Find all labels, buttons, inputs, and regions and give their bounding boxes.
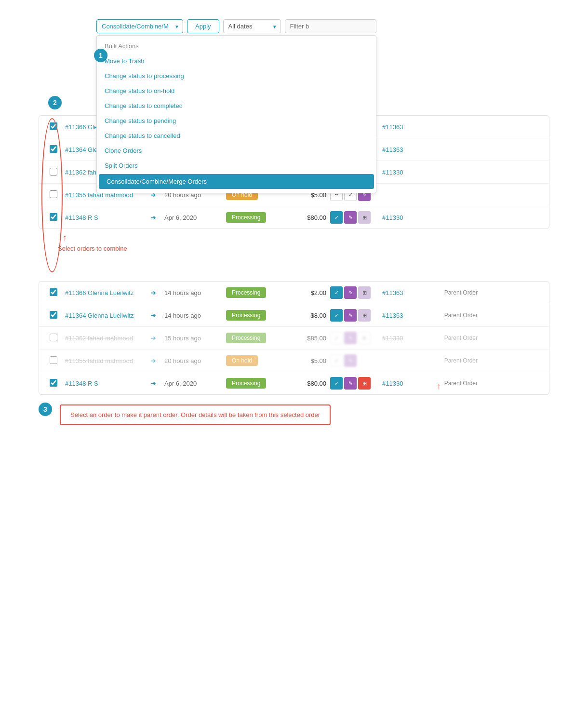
order-number-cell: #11362 fahad mahmood: [65, 335, 142, 342]
edit-action-btn[interactable]: ✎: [344, 286, 357, 299]
order-11355-checkbox-s3[interactable]: [50, 356, 57, 364]
change-cancelled-item[interactable]: Change status to cancelled: [97, 128, 376, 143]
checkbox-cell: [46, 288, 61, 297]
time-cell: 14 hours ago: [164, 312, 222, 319]
order-link-cell: #11330: [382, 335, 416, 342]
order-number-cell: #11348 R S: [65, 214, 142, 221]
arrow-up-icon: ↑: [63, 233, 67, 243]
view-action-btn[interactable]: ⊞: [358, 286, 371, 299]
order-row: #11366 Glenna Lueilwitz ➜ 14 hours ago P…: [39, 282, 549, 304]
order-11364-checkbox-s2[interactable]: [50, 145, 57, 153]
arrow-icon-cell: ➜: [146, 334, 160, 342]
related-order-link[interactable]: #11363: [382, 123, 403, 131]
order-number-cell: #11366 Glenna Lueilwitz: [65, 289, 142, 296]
status-badge: Processing: [226, 287, 266, 298]
status-cell: Processing: [226, 310, 279, 321]
arrow-icon-cell: ➜: [146, 311, 160, 319]
order-row: #11362 fahad mahmood ➜ 15 hours ago Proc…: [39, 327, 549, 350]
check-action-btn[interactable]: ✓: [330, 286, 343, 299]
select-orders-label: Select orders to combine: [58, 245, 549, 252]
order-link-cell: #11330: [382, 214, 416, 221]
order-link[interactable]: #11348 R S: [65, 380, 98, 387]
status-cell: Processing: [226, 333, 279, 343]
change-completed-item[interactable]: Change status to completed: [97, 98, 376, 113]
related-order-link[interactable]: #11330: [382, 380, 403, 387]
check-action-btn[interactable]: ✓: [330, 309, 343, 322]
action-icons: ✓ ✎ ⊞: [330, 211, 378, 224]
step3-annotation-text: Select an order to make it parent order.…: [70, 411, 320, 418]
order-link[interactable]: #11366 Glenna Lueilwitz: [65, 289, 134, 296]
view-action-btn[interactable]: ⊞: [358, 377, 371, 390]
order-link[interactable]: #11348 R S: [65, 214, 98, 221]
edit-action-btn[interactable]: ✎: [344, 309, 357, 322]
change-processing-item[interactable]: Change status to processing: [97, 68, 376, 83]
order-link[interactable]: #11355 fahad mahmood: [65, 357, 133, 364]
order-11366-checkbox-s3[interactable]: [50, 288, 57, 296]
order-number-cell: #11355 fahad mahmood: [65, 357, 142, 364]
toolbar-row: Consolidate/Combine/M ▼ Apply All dates …: [96, 19, 376, 33]
action-dropdown[interactable]: Consolidate/Combine/M: [96, 19, 183, 33]
status-badge: On hold: [226, 355, 258, 366]
order-11348-checkbox-s3[interactable]: [50, 379, 57, 387]
check-action-btn[interactable]: ✓: [330, 377, 343, 390]
related-order-link[interactable]: #11363: [382, 146, 403, 153]
view-action-btn[interactable]: ⊞: [358, 211, 371, 224]
edit-action-btn[interactable]: ✎: [344, 211, 357, 224]
amount-cell: $80.00: [283, 214, 326, 221]
dates-dropdown-wrapper: All dates ▼: [223, 19, 281, 33]
parent-order-label: Parent Order: [420, 357, 478, 364]
orders-table-section3: #11366 Glenna Lueilwitz ➜ 14 hours ago P…: [39, 281, 549, 395]
order-11348-checkbox-s2[interactable]: [50, 213, 57, 221]
check-action-btn[interactable]: ✓: [330, 211, 343, 224]
related-order-link[interactable]: #11363: [382, 312, 403, 319]
checkbox-cell: [46, 190, 61, 200]
time-cell: 15 hours ago: [164, 335, 222, 342]
step3-badge: 3: [39, 403, 52, 416]
related-order-link[interactable]: #11330: [382, 169, 403, 176]
split-orders-item[interactable]: Split Orders: [97, 158, 376, 173]
change-onhold-item[interactable]: Change status to on-hold: [97, 83, 376, 98]
edit-action-btn[interactable]: ✎: [344, 354, 357, 367]
parent-order-label: Parent Order: [420, 380, 478, 387]
status-cell: On hold: [226, 355, 279, 366]
edit-action-btn[interactable]: ✎: [344, 377, 357, 390]
view-action-btn[interactable]: ⊞: [358, 332, 371, 344]
checkbox-cell: [46, 334, 61, 343]
target-icon: ➜: [150, 214, 156, 221]
arrow-icon-cell: ➜: [146, 289, 160, 296]
order-11362-checkbox-s2[interactable]: [50, 168, 57, 175]
action-icons: ✓ ✎ ⊞: [330, 309, 378, 322]
order-row: #11348 R S ➜ Apr 6, 2020 Processing $80.…: [39, 206, 549, 229]
action-icons: ✓ ✎ ⊞: [330, 332, 378, 344]
view-action-btn[interactable]: ⊞: [358, 309, 371, 322]
step2-badge: 2: [48, 96, 62, 109]
order-link[interactable]: #11364 Glenna Lueilwitz: [65, 312, 134, 319]
checkbox-cell: [46, 311, 61, 320]
clone-orders-item[interactable]: Clone Orders: [97, 143, 376, 158]
time-cell: Apr 6, 2020: [164, 214, 222, 221]
check-action-btn[interactable]: ✓: [330, 332, 343, 344]
order-11364-checkbox-s3[interactable]: [50, 311, 57, 319]
check-action-btn[interactable]: ✓: [330, 354, 343, 367]
order-11362-checkbox-s3[interactable]: [50, 334, 57, 341]
order-11366-checkbox-s2[interactable]: [50, 122, 57, 130]
related-order-link[interactable]: #11330: [382, 214, 403, 221]
consolidate-item[interactable]: Consolidate/Combine/Merge Orders: [99, 174, 374, 189]
arrow-icon-cell: ➜: [146, 379, 160, 387]
change-pending-item[interactable]: Change status to pending: [97, 113, 376, 128]
time-cell: 20 hours ago: [164, 357, 222, 364]
status-cell: Processing: [226, 287, 279, 298]
filter-input[interactable]: [285, 19, 376, 33]
related-order-link[interactable]: #11363: [382, 289, 403, 296]
apply-button[interactable]: Apply: [187, 19, 219, 33]
order-11355-checkbox-s2[interactable]: [50, 190, 57, 198]
target-icon: ➜: [150, 334, 156, 342]
status-badge: Processing: [226, 310, 266, 321]
edit-action-btn[interactable]: ✎: [344, 332, 357, 344]
time-cell: Apr 6, 2020: [164, 380, 222, 387]
dates-dropdown[interactable]: All dates: [223, 19, 281, 33]
order-link-cell: #11330: [382, 169, 416, 176]
order-link[interactable]: #11362 fahad mahmood: [65, 335, 133, 342]
status-badge: Processing: [226, 333, 266, 343]
order-number-cell: #11364 Glenna Lueilwitz: [65, 312, 142, 319]
